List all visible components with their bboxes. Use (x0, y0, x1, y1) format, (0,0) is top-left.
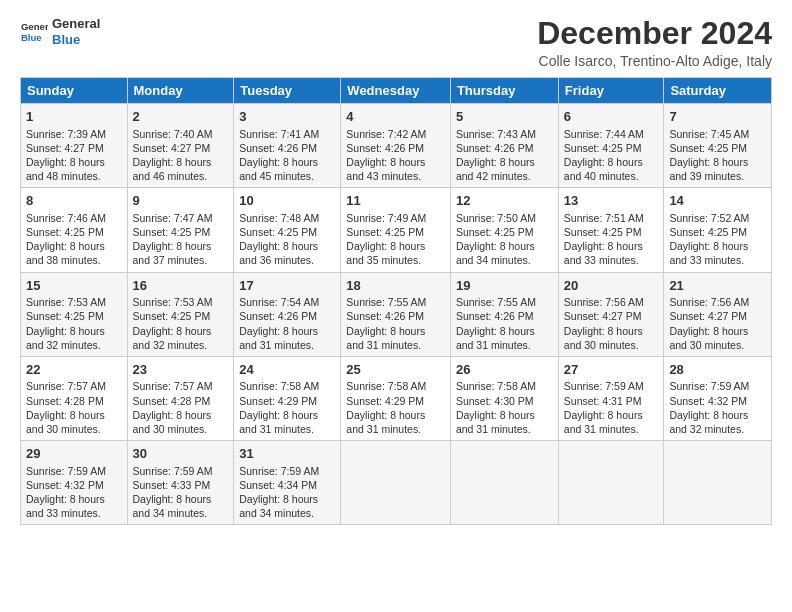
sunrise-label: Sunrise: 7:40 AM (133, 128, 213, 140)
logo-text-general: General (52, 16, 100, 32)
sunset-label: Sunset: 4:25 PM (239, 226, 317, 238)
sunrise-label: Sunrise: 7:59 AM (239, 465, 319, 477)
calendar-cell: 31Sunrise: 7:59 AMSunset: 4:34 PMDayligh… (234, 441, 341, 525)
daylight-label: Daylight: 8 hours and 33 minutes. (669, 240, 748, 266)
calendar-cell: 30Sunrise: 7:59 AMSunset: 4:33 PMDayligh… (127, 441, 234, 525)
sunset-label: Sunset: 4:25 PM (133, 226, 211, 238)
daylight-label: Daylight: 8 hours and 42 minutes. (456, 156, 535, 182)
day-number: 20 (564, 277, 659, 295)
daylight-label: Daylight: 8 hours and 37 minutes. (133, 240, 212, 266)
logo-text-blue: Blue (52, 32, 100, 48)
calendar-cell: 4Sunrise: 7:42 AMSunset: 4:26 PMDaylight… (341, 104, 451, 188)
day-number: 17 (239, 277, 335, 295)
sunset-label: Sunset: 4:26 PM (239, 310, 317, 322)
calendar-cell: 20Sunrise: 7:56 AMSunset: 4:27 PMDayligh… (558, 272, 664, 356)
sunrise-label: Sunrise: 7:50 AM (456, 212, 536, 224)
daylight-label: Daylight: 8 hours and 31 minutes. (239, 409, 318, 435)
calendar-week-row: 1Sunrise: 7:39 AMSunset: 4:27 PMDaylight… (21, 104, 772, 188)
header-cell-friday: Friday (558, 78, 664, 104)
daylight-label: Daylight: 8 hours and 33 minutes. (564, 240, 643, 266)
sunset-label: Sunset: 4:27 PM (564, 310, 642, 322)
calendar-cell (558, 441, 664, 525)
day-number: 22 (26, 361, 122, 379)
sunset-label: Sunset: 4:26 PM (346, 310, 424, 322)
day-number: 25 (346, 361, 445, 379)
day-number: 6 (564, 108, 659, 126)
day-number: 23 (133, 361, 229, 379)
sunset-label: Sunset: 4:31 PM (564, 395, 642, 407)
day-number: 19 (456, 277, 553, 295)
daylight-label: Daylight: 8 hours and 35 minutes. (346, 240, 425, 266)
sunrise-label: Sunrise: 7:46 AM (26, 212, 106, 224)
daylight-label: Daylight: 8 hours and 34 minutes. (239, 493, 318, 519)
sunset-label: Sunset: 4:28 PM (26, 395, 104, 407)
sunrise-label: Sunrise: 7:59 AM (133, 465, 213, 477)
sunset-label: Sunset: 4:33 PM (133, 479, 211, 491)
day-number: 24 (239, 361, 335, 379)
sunset-label: Sunset: 4:26 PM (346, 142, 424, 154)
calendar-cell: 15Sunrise: 7:53 AMSunset: 4:25 PMDayligh… (21, 272, 128, 356)
header-cell-monday: Monday (127, 78, 234, 104)
sunset-label: Sunset: 4:25 PM (346, 226, 424, 238)
calendar-week-row: 15Sunrise: 7:53 AMSunset: 4:25 PMDayligh… (21, 272, 772, 356)
sunset-label: Sunset: 4:30 PM (456, 395, 534, 407)
sunrise-label: Sunrise: 7:44 AM (564, 128, 644, 140)
calendar-cell: 6Sunrise: 7:44 AMSunset: 4:25 PMDaylight… (558, 104, 664, 188)
sunset-label: Sunset: 4:32 PM (26, 479, 104, 491)
calendar-cell: 10Sunrise: 7:48 AMSunset: 4:25 PMDayligh… (234, 188, 341, 272)
calendar-cell: 18Sunrise: 7:55 AMSunset: 4:26 PMDayligh… (341, 272, 451, 356)
day-number: 27 (564, 361, 659, 379)
sunset-label: Sunset: 4:32 PM (669, 395, 747, 407)
calendar-cell: 8Sunrise: 7:46 AMSunset: 4:25 PMDaylight… (21, 188, 128, 272)
sunset-label: Sunset: 4:25 PM (26, 310, 104, 322)
calendar-cell: 16Sunrise: 7:53 AMSunset: 4:25 PMDayligh… (127, 272, 234, 356)
sunrise-label: Sunrise: 7:58 AM (456, 380, 536, 392)
calendar-cell: 29Sunrise: 7:59 AMSunset: 4:32 PMDayligh… (21, 441, 128, 525)
daylight-label: Daylight: 8 hours and 31 minutes. (346, 325, 425, 351)
svg-text:General: General (21, 21, 48, 32)
daylight-label: Daylight: 8 hours and 38 minutes. (26, 240, 105, 266)
calendar-cell: 11Sunrise: 7:49 AMSunset: 4:25 PMDayligh… (341, 188, 451, 272)
daylight-label: Daylight: 8 hours and 30 minutes. (26, 409, 105, 435)
logo-icon: General Blue (20, 18, 48, 46)
day-number: 9 (133, 192, 229, 210)
daylight-label: Daylight: 8 hours and 32 minutes. (133, 325, 212, 351)
sunrise-label: Sunrise: 7:49 AM (346, 212, 426, 224)
daylight-label: Daylight: 8 hours and 36 minutes. (239, 240, 318, 266)
calendar-cell: 26Sunrise: 7:58 AMSunset: 4:30 PMDayligh… (450, 356, 558, 440)
sunrise-label: Sunrise: 7:45 AM (669, 128, 749, 140)
sunset-label: Sunset: 4:34 PM (239, 479, 317, 491)
daylight-label: Daylight: 8 hours and 43 minutes. (346, 156, 425, 182)
sunset-label: Sunset: 4:29 PM (239, 395, 317, 407)
sunrise-label: Sunrise: 7:58 AM (239, 380, 319, 392)
header: General Blue General Blue December 2024 … (20, 16, 772, 69)
calendar-cell (450, 441, 558, 525)
calendar-cell: 9Sunrise: 7:47 AMSunset: 4:25 PMDaylight… (127, 188, 234, 272)
daylight-label: Daylight: 8 hours and 30 minutes. (564, 325, 643, 351)
daylight-label: Daylight: 8 hours and 33 minutes. (26, 493, 105, 519)
sunrise-label: Sunrise: 7:53 AM (26, 296, 106, 308)
daylight-label: Daylight: 8 hours and 40 minutes. (564, 156, 643, 182)
sunrise-label: Sunrise: 7:39 AM (26, 128, 106, 140)
daylight-label: Daylight: 8 hours and 31 minutes. (239, 325, 318, 351)
sunset-label: Sunset: 4:25 PM (669, 142, 747, 154)
day-number: 14 (669, 192, 766, 210)
day-number: 13 (564, 192, 659, 210)
daylight-label: Daylight: 8 hours and 31 minutes. (564, 409, 643, 435)
daylight-label: Daylight: 8 hours and 46 minutes. (133, 156, 212, 182)
day-number: 1 (26, 108, 122, 126)
calendar-cell: 14Sunrise: 7:52 AMSunset: 4:25 PMDayligh… (664, 188, 772, 272)
sunrise-label: Sunrise: 7:52 AM (669, 212, 749, 224)
sunrise-label: Sunrise: 7:51 AM (564, 212, 644, 224)
sunset-label: Sunset: 4:26 PM (456, 142, 534, 154)
calendar-table: SundayMondayTuesdayWednesdayThursdayFrid… (20, 77, 772, 525)
calendar-week-row: 22Sunrise: 7:57 AMSunset: 4:28 PMDayligh… (21, 356, 772, 440)
calendar-cell: 5Sunrise: 7:43 AMSunset: 4:26 PMDaylight… (450, 104, 558, 188)
sunrise-label: Sunrise: 7:58 AM (346, 380, 426, 392)
sunrise-label: Sunrise: 7:59 AM (564, 380, 644, 392)
calendar-cell (664, 441, 772, 525)
sunrise-label: Sunrise: 7:53 AM (133, 296, 213, 308)
sunrise-label: Sunrise: 7:57 AM (133, 380, 213, 392)
calendar-week-row: 29Sunrise: 7:59 AMSunset: 4:32 PMDayligh… (21, 441, 772, 525)
sunset-label: Sunset: 4:27 PM (26, 142, 104, 154)
